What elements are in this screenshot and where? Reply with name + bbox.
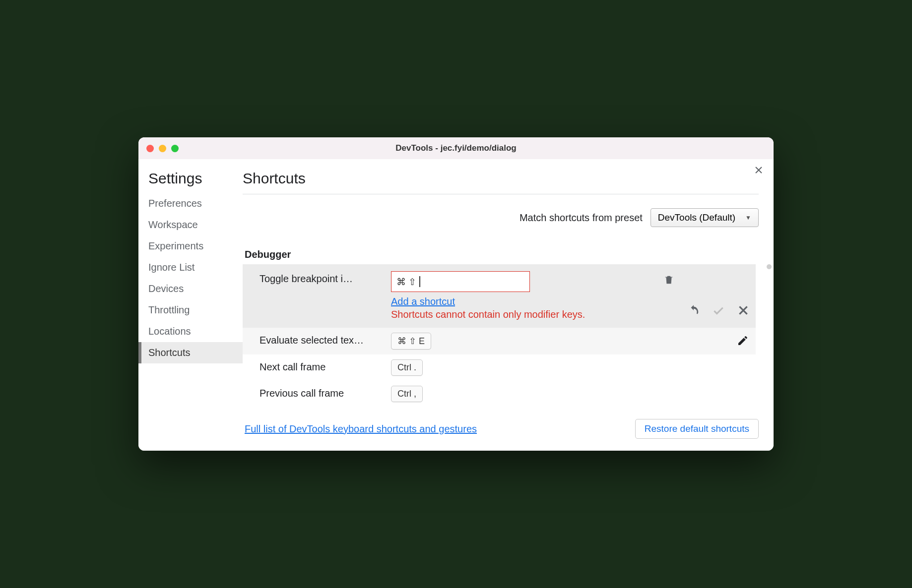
- preset-select[interactable]: DevTools (Default) ▼: [651, 208, 759, 227]
- sidebar-item-preferences[interactable]: Preferences: [138, 193, 243, 214]
- sidebar: Settings Preferences Workspace Experimen…: [138, 159, 243, 451]
- shortcut-label: Evaluate selected tex…: [260, 333, 391, 346]
- cancel-button[interactable]: [737, 304, 750, 319]
- shortcut-row: Previous call frame Ctrl ,: [243, 381, 756, 407]
- shortcut-value-col: ⌘ ⇧ E: [391, 333, 737, 350]
- trash-icon: [663, 274, 674, 285]
- shortcut-value-col: Ctrl ,: [391, 386, 752, 402]
- shortcut-kbd: ⌘ ⇧ E: [391, 333, 431, 350]
- pencil-icon: [737, 335, 749, 347]
- add-shortcut-link[interactable]: Add a shortcut: [391, 296, 455, 307]
- undo-button[interactable]: [687, 304, 700, 319]
- shortcut-row: Evaluate selected tex… ⌘ ⇧ E: [243, 328, 756, 354]
- preset-row: Match shortcuts from preset DevTools (De…: [243, 208, 759, 227]
- footer: Full list of DevTools keyboard shortcuts…: [243, 419, 759, 439]
- traffic-lights: [146, 145, 179, 152]
- body: Settings Preferences Workspace Experimen…: [138, 159, 774, 451]
- titlebar: DevTools - jec.fyi/demo/dialog: [138, 137, 774, 159]
- scrollbar-thumb[interactable]: [767, 264, 772, 269]
- sidebar-item-throttling[interactable]: Throttling: [138, 299, 243, 321]
- sidebar-item-workspace[interactable]: Workspace: [138, 214, 243, 235]
- sidebar-item-shortcuts[interactable]: Shortcuts: [138, 342, 243, 363]
- text-cursor: [419, 276, 420, 287]
- shortcut-value-col: Ctrl .: [391, 359, 752, 376]
- edit-actions: [687, 304, 752, 321]
- shortcut-value-col: ⌘ ⇧ Add a shortcut Shortcuts cannot cont…: [391, 271, 663, 321]
- window-title: DevTools - jec.fyi/demo/dialog: [395, 143, 516, 153]
- confirm-button[interactable]: [712, 304, 725, 319]
- full-list-link[interactable]: Full list of DevTools keyboard shortcuts…: [245, 423, 477, 435]
- main-panel: Shortcuts Match shortcuts from preset De…: [243, 159, 774, 451]
- sidebar-item-ignore-list[interactable]: Ignore List: [138, 257, 243, 278]
- shortcut-row: Next call frame Ctrl .: [243, 354, 756, 381]
- window-maximize-button[interactable]: [171, 145, 179, 152]
- shortcut-kbd: Ctrl .: [391, 359, 423, 376]
- preset-select-value: DevTools (Default): [658, 212, 735, 223]
- restore-defaults-button[interactable]: Restore default shortcuts: [635, 419, 759, 439]
- shortcut-label: Toggle breakpoint i…: [260, 271, 391, 285]
- shortcut-input-value: ⌘ ⇧: [396, 276, 416, 288]
- page-title: Shortcuts: [243, 170, 759, 194]
- window-minimize-button[interactable]: [159, 145, 166, 152]
- error-message: Shortcuts cannot contain only modifier k…: [391, 308, 589, 321]
- check-icon: [712, 304, 725, 317]
- preset-label: Match shortcuts from preset: [520, 212, 643, 224]
- delete-shortcut-button[interactable]: [663, 271, 687, 285]
- chevron-down-icon: ▼: [745, 214, 751, 221]
- window-close-button[interactable]: [146, 145, 154, 152]
- sidebar-item-devices[interactable]: Devices: [138, 278, 243, 299]
- app-window: DevTools - jec.fyi/demo/dialog Settings …: [138, 137, 774, 451]
- shortcut-kbd: Ctrl ,: [391, 386, 423, 402]
- shortcut-input[interactable]: ⌘ ⇧: [391, 271, 530, 292]
- sidebar-item-locations[interactable]: Locations: [138, 321, 243, 342]
- edit-shortcut-button[interactable]: [737, 333, 752, 347]
- shortcut-row-editing: Toggle breakpoint i… ⌘ ⇧ Add a shortcut …: [243, 264, 756, 328]
- section-title: Debugger: [243, 249, 759, 260]
- x-icon: [737, 304, 750, 317]
- shortcut-label: Previous call frame: [260, 386, 391, 399]
- sidebar-title: Settings: [138, 170, 243, 193]
- undo-icon: [687, 304, 700, 317]
- sidebar-item-experiments[interactable]: Experiments: [138, 235, 243, 257]
- shortcut-label: Next call frame: [260, 359, 391, 373]
- close-icon: [755, 166, 763, 174]
- close-panel-button[interactable]: [755, 165, 763, 176]
- shortcut-list: Toggle breakpoint i… ⌘ ⇧ Add a shortcut …: [243, 264, 759, 407]
